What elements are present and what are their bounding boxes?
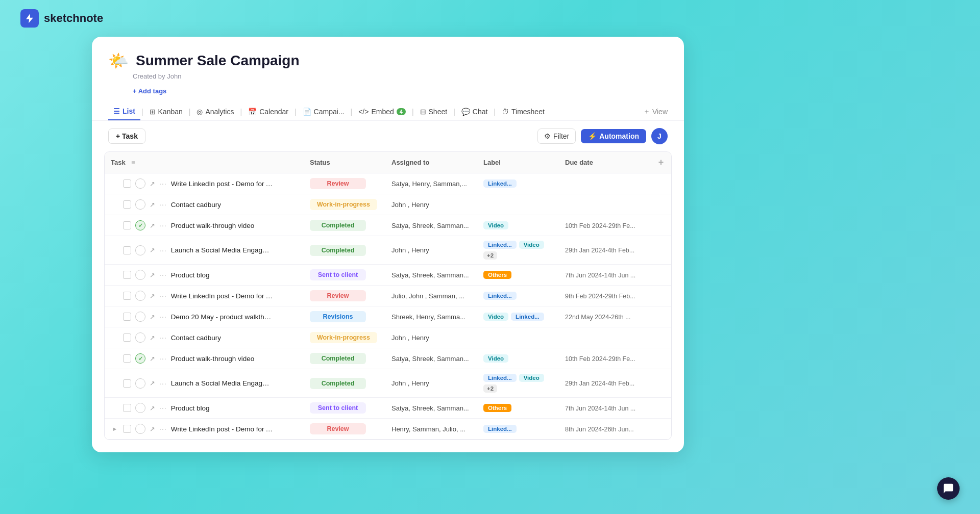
nav-kanban[interactable]: ⊞ Kanban [144,104,188,120]
task-circle[interactable] [135,332,145,343]
status-cell: Work-in-progress [304,327,385,348]
task-circle[interactable] [135,270,145,280]
dots-menu[interactable]: ··· [159,221,167,229]
nav-sheet[interactable]: ⊟ Sheet [415,104,453,120]
status-badge: Revisions [310,311,366,322]
add-task-button[interactable]: + Task [108,128,145,144]
due-date-text: 7th Jun 2024-14th Jun ... [565,272,635,279]
link-icon[interactable]: ↗ [150,379,155,387]
task-col-menu[interactable]: ≡ [131,159,135,166]
link-icon[interactable]: ↗ [150,201,155,209]
task-circle[interactable] [135,424,145,434]
link-icon[interactable]: ↗ [150,313,155,321]
nav-embed[interactable]: </> Embed 4 [353,104,411,120]
add-column-icon[interactable]: + [658,157,664,167]
task-circle[interactable] [135,291,145,301]
link-icon[interactable]: ↗ [150,355,155,363]
task-circle[interactable] [135,220,145,230]
task-circle[interactable] [135,312,145,322]
dots-menu[interactable]: ··· [159,379,167,388]
link-icon[interactable]: ↗ [150,271,155,279]
link-icon[interactable]: ↗ [150,246,155,254]
expand-button[interactable] [111,379,119,388]
link-icon[interactable]: ↗ [150,425,155,433]
nav-list[interactable]: ☰ List [108,103,140,120]
dots-menu[interactable]: ··· [159,246,167,254]
task-checkbox[interactable] [123,379,131,388]
expand-button[interactable] [111,354,119,363]
dots-menu[interactable]: ··· [159,292,167,300]
expand-button[interactable] [111,333,119,342]
col-plus[interactable]: + [651,152,671,173]
expand-button[interactable] [111,404,119,412]
link-icon[interactable]: ↗ [150,334,155,342]
nav-calendar[interactable]: 📅 Calendar [243,104,293,120]
nav-chat[interactable]: 💬 Chat [456,104,493,120]
status-cell: Revisions [304,306,385,327]
due-date-cell: 10th Feb 2024-29th Fe... [559,348,651,369]
link-icon[interactable]: ↗ [150,292,155,300]
task-checkbox[interactable] [123,292,131,300]
expand-button[interactable] [111,271,119,279]
add-task-label: + Task [116,132,138,140]
table-row: ↗ ··· Contact cadbury Work-in-progress J… [105,327,671,348]
expand-button[interactable] [111,221,119,229]
task-checkbox[interactable] [123,404,131,412]
task-circle[interactable] [135,178,145,189]
automation-icon: ⚡ [588,132,597,140]
task-checkbox[interactable] [123,179,131,188]
task-checkbox[interactable] [123,246,131,254]
task-circle[interactable] [135,353,145,364]
status-badge: Completed [310,220,366,231]
nav-timesheet[interactable]: ⏱ Timesheet [497,104,550,120]
task-checkbox[interactable] [123,354,131,363]
nav-sep-5: | [350,108,354,116]
dots-menu[interactable]: ··· [159,179,167,188]
task-table: Task ≡ Status Assigned to Label Due date… [105,152,671,440]
task-circle[interactable] [135,378,145,389]
dots-menu[interactable]: ··· [159,313,167,321]
dots-menu[interactable]: ··· [159,200,167,209]
view-button[interactable]: ＋ View [643,107,668,116]
dots-menu[interactable]: ··· [159,425,167,433]
expand-button[interactable] [111,179,119,188]
link-icon[interactable]: ↗ [150,180,155,188]
status-badge: Review [310,178,366,189]
main-card: 🌤️ Summer Sale Campaign Created by John … [92,37,684,452]
filter-button[interactable]: ⚙ Filter [537,128,576,144]
task-checkbox[interactable] [123,221,131,229]
dots-menu[interactable]: ··· [159,354,167,363]
task-checkbox[interactable] [123,200,131,209]
view-plus-icon: ＋ [643,107,650,116]
dots-menu[interactable]: ··· [159,333,167,342]
add-tags-button[interactable]: + Add tags [133,87,668,95]
task-checkbox[interactable] [123,333,131,342]
dots-menu[interactable]: ··· [159,404,167,412]
nav-campaign[interactable]: 📄 Campai... [298,104,350,120]
label-wrap: Linked... [483,292,553,300]
nav-analytics[interactable]: ◎ Analytics [191,104,239,120]
expand-button[interactable] [111,292,119,300]
status-badge: Completed [310,378,366,389]
expand-button[interactable] [111,313,119,321]
nav-sep-1: | [140,108,144,116]
label-wrap: Video [483,354,553,363]
task-circle[interactable] [135,199,145,210]
expand-button[interactable] [111,200,119,209]
user-avatar[interactable]: J [651,128,668,144]
task-circle[interactable] [135,403,145,413]
automation-button[interactable]: ⚡ Automation [581,129,646,143]
task-circle[interactable] [135,245,145,255]
chat-widget[interactable] [937,477,960,500]
expand-button[interactable]: ► [111,425,119,433]
dots-menu[interactable]: ··· [159,271,167,279]
task-checkbox[interactable] [123,425,131,433]
link-icon[interactable]: ↗ [150,404,155,412]
label-pill: Linked... [511,313,544,321]
task-checkbox[interactable] [123,271,131,279]
label-cell: Linked... [477,173,559,194]
expand-button[interactable] [111,246,119,254]
task-checkbox[interactable] [123,313,131,321]
link-icon[interactable]: ↗ [150,222,155,229]
assigned-cell: Satya, Shreek, Samman... [385,348,477,369]
